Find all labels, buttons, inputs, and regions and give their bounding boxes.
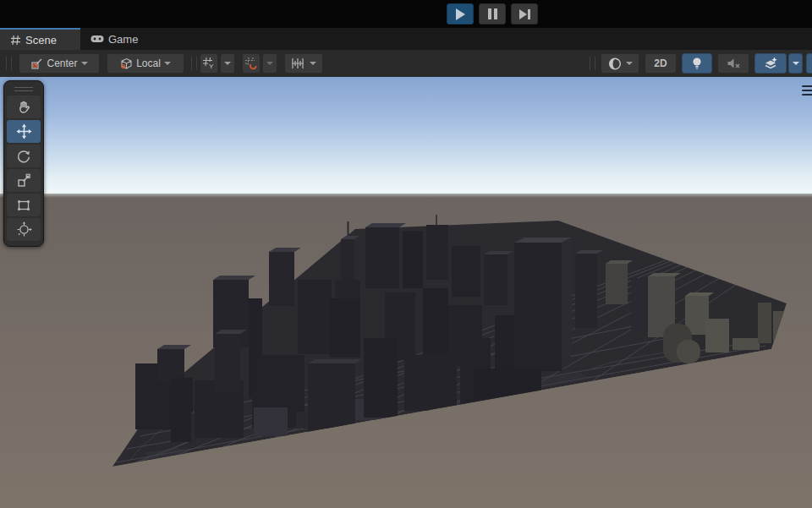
pivot-mode-button[interactable]: Center: [19, 53, 100, 74]
chevron-down-icon: [626, 62, 633, 65]
scene-visibility-button[interactable]: [806, 53, 812, 74]
orientation-mode-label: Local: [136, 57, 161, 69]
mode-2d-button[interactable]: 2D: [645, 53, 677, 74]
grid-visibility-dropdown[interactable]: [220, 53, 235, 74]
tool-move-button[interactable]: [7, 120, 41, 143]
pivot-mode-label: Center: [47, 57, 77, 69]
play-icon: [456, 8, 465, 20]
rotate-icon: [16, 149, 31, 164]
audio-muted-icon: [727, 57, 741, 69]
play-controls-bar: [0, 0, 812, 28]
drag-handle-icon[interactable]: [6, 57, 12, 70]
scene-overlay-menu-button[interactable]: [802, 83, 812, 98]
grid-visibility-button[interactable]: Y: [200, 53, 218, 74]
pause-icon: [488, 8, 497, 19]
grid-icon: [10, 35, 21, 46]
chevron-down-icon: [81, 62, 88, 65]
unity-editor-window: Scene Game Center: [0, 0, 812, 508]
rect-tool-icon: [16, 198, 31, 213]
pivot-center-icon: [30, 57, 43, 70]
view-tab-bar: Scene Game: [0, 28, 812, 50]
scene-viewport[interactable]: [0, 77, 812, 508]
tab-game-label: Game: [108, 33, 138, 46]
play-button[interactable]: [447, 3, 474, 25]
shaded-sphere-icon: [608, 57, 623, 71]
pause-button[interactable]: [479, 3, 506, 25]
cube-local-icon: [120, 57, 133, 70]
effects-star-icon: [764, 57, 778, 70]
tool-palette: [3, 80, 44, 247]
gamepad-icon: [91, 35, 104, 43]
ruler-ticks-icon: [291, 57, 306, 69]
transform-icon: [16, 221, 32, 238]
scene-effects-dropdown[interactable]: [788, 53, 803, 74]
move-icon: [16, 123, 32, 139]
chevron-down-icon: [164, 62, 171, 65]
light-bulb-icon: [691, 57, 703, 70]
tab-game[interactable]: Game: [80, 28, 148, 50]
hamburger-icon: [802, 85, 812, 87]
palette-drag-handle[interactable]: [14, 87, 33, 91]
tool-scale-button[interactable]: [7, 169, 41, 192]
orientation-mode-button[interactable]: Local: [107, 53, 184, 74]
tab-scene[interactable]: Scene: [0, 28, 80, 50]
scale-icon: [16, 173, 31, 188]
scene-lighting-button[interactable]: [682, 53, 712, 74]
tool-rect-button[interactable]: [7, 194, 41, 216]
svg-text:Y: Y: [209, 63, 214, 70]
chevron-down-icon: [793, 62, 799, 65]
tool-hand-button[interactable]: [7, 96, 41, 118]
mode-2d-label: 2D: [654, 57, 667, 69]
grid-axis-icon: Y: [202, 57, 216, 70]
tool-rotate-button[interactable]: [7, 145, 41, 167]
tool-transform-button[interactable]: [7, 218, 41, 241]
grid-magnet-icon: [244, 57, 258, 70]
draw-mode-button[interactable]: [601, 53, 639, 74]
chevron-down-icon: [266, 62, 273, 65]
snap-increment-button[interactable]: [284, 53, 323, 74]
grid-snap-dropdown[interactable]: [262, 53, 277, 74]
chevron-down-icon: [224, 62, 231, 65]
scene-audio-button[interactable]: [717, 53, 749, 74]
drag-handle-icon[interactable]: [590, 57, 595, 70]
tall-slab-building: [514, 238, 572, 371]
play-controls: [447, 3, 538, 25]
scene-toolbar: Center Local Y: [0, 50, 812, 77]
city-model: [0, 77, 812, 508]
drag-handle-icon[interactable]: [191, 57, 197, 70]
step-forward-icon: [519, 9, 530, 19]
step-button[interactable]: [511, 3, 538, 25]
tab-scene-label: Scene: [25, 34, 57, 46]
scene-effects-button[interactable]: [754, 53, 787, 74]
hand-icon: [16, 100, 31, 115]
grid-snap-button[interactable]: [242, 53, 261, 74]
chevron-down-icon: [310, 62, 316, 65]
